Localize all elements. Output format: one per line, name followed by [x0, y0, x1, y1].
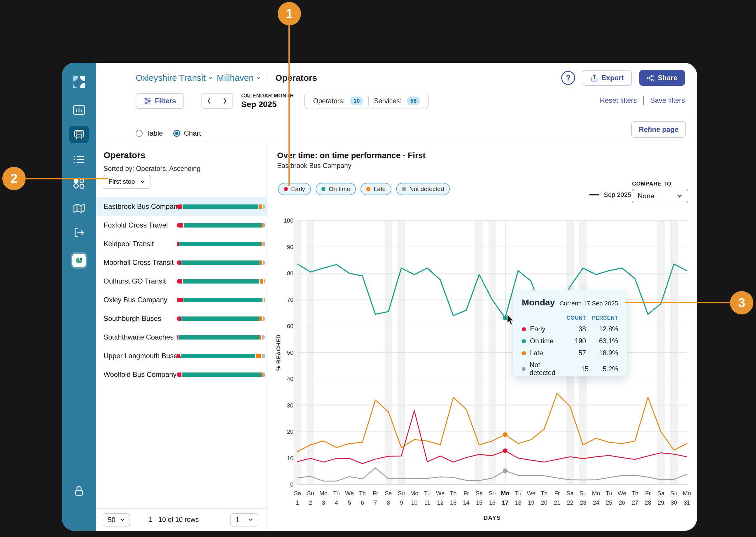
chart-radio[interactable]: Chart [173, 129, 201, 137]
bar-segment-on-time [182, 372, 261, 377]
page-size-select[interactable]: 50 [103, 513, 130, 526]
x-tick-dow: Sa [657, 490, 665, 496]
refine-page-button[interactable]: Refine page [631, 121, 686, 138]
tooltip-row: Late5718.9% [522, 349, 618, 357]
breadcrumb-org-dropdown[interactable]: Oxleyshire Transit [136, 73, 213, 83]
y-tick-label: 60 [287, 323, 294, 329]
operator-name: Moorhall Cross Transit [103, 259, 174, 267]
page-select[interactable]: 1 [230, 513, 259, 526]
x-tick-dow: Fr [463, 490, 469, 496]
stop-filter-select[interactable]: First stop [103, 175, 151, 189]
operator-row[interactable]: Upper Langmouth Buses [96, 347, 266, 365]
bar-segment-late [260, 279, 263, 283]
operators-count-label: Operators: [313, 97, 345, 105]
operator-status-bar [177, 242, 265, 246]
sidebar-item-operators[interactable] [69, 126, 89, 143]
x-tick-dow: Mo [683, 490, 691, 496]
x-tick-day: 14 [463, 499, 469, 506]
x-tick-dow: Th [450, 490, 457, 496]
x-tick-day: 23 [580, 499, 586, 506]
share-label: Share [658, 74, 677, 82]
operator-row[interactable]: Eastbrook Bus Company [96, 197, 266, 216]
operator-name: Eastbrook Bus Company [103, 202, 181, 211]
operator-name: Foxfold Cross Travel [103, 221, 168, 229]
operator-name: Woolfold Bus Company [103, 370, 177, 379]
x-tick-day: 27 [632, 499, 638, 506]
operator-row[interactable]: Foxfold Cross Travel [96, 216, 266, 234]
y-tick-label: 90 [287, 244, 294, 250]
bar-segment-on-time [182, 204, 259, 209]
callout-badge-3: 3 [730, 291, 753, 314]
x-tick-day: 15 [476, 499, 482, 506]
mouse-cursor-icon [507, 314, 517, 326]
x-tick-dow: Sa [476, 490, 483, 496]
operator-name: Upper Langmouth Buses [103, 352, 181, 360]
share-button[interactable]: Share [639, 70, 685, 86]
lock-icon[interactable] [73, 485, 85, 497]
tooltip-dot-icon [522, 367, 526, 371]
sidebar-item-list[interactable] [73, 155, 85, 165]
bar-segment-late [261, 242, 262, 246]
x-tick-dow: Su [489, 490, 496, 496]
help-icon[interactable]: ? [561, 71, 575, 85]
reset-filters-link[interactable]: Reset filters [600, 96, 637, 104]
tooltip-row: On time19063.1% [522, 337, 618, 345]
operator-row[interactable]: Oxley Bus Company [96, 291, 266, 309]
operator-status-bar [177, 223, 265, 227]
tooltip-row-percent: 63.1% [586, 337, 618, 345]
bar-segment-on-time [184, 223, 261, 227]
services-count-label: Services: [374, 97, 402, 105]
x-tick-dow: Tu [333, 490, 340, 496]
bar-segment-on-time [181, 261, 259, 265]
operators-panel-title: Operators [103, 150, 145, 160]
operator-row[interactable]: Oulhurst GO Transit [96, 272, 266, 291]
bar-segment-early [177, 354, 180, 358]
table-radio-dot [136, 130, 142, 137]
bar-segment-early [177, 372, 181, 377]
chevron-down-icon [208, 76, 213, 80]
sidebar-item-partner-app[interactable] [72, 254, 86, 267]
x-tick-dow: Mo [592, 490, 600, 496]
operator-name: Southburgh Buses [103, 314, 161, 323]
bar-segment-not-detected [261, 354, 265, 358]
operator-row[interactable]: Woolfold Bus Company [96, 365, 266, 384]
filters-button[interactable]: Filters [136, 93, 184, 109]
sidebar-item-categories[interactable] [73, 178, 85, 189]
next-month-button[interactable] [217, 94, 232, 108]
sidebar-item-map[interactable] [73, 203, 85, 214]
filters-icon [144, 98, 151, 104]
operator-row[interactable]: Keldpool Transit [96, 234, 266, 253]
callout-badge-2: 2 [2, 167, 26, 190]
operators-panel: Operators Sorted by: Operators, Ascendin… [96, 142, 267, 531]
x-tick-day: 30 [670, 499, 677, 506]
save-filters-link[interactable]: Save filters [650, 96, 685, 104]
sidebar-item-signout[interactable] [73, 228, 85, 238]
tooltip-row-label: Early [530, 325, 545, 333]
prev-month-button[interactable] [202, 94, 217, 108]
operators-sorted-by: Sorted by: Operators, Ascending [103, 165, 200, 173]
operators-count-badge: 10 [350, 97, 363, 105]
line-chart[interactable]: 0102030405060708090100Sa1Su2Mo3Tu4We5Th6… [267, 142, 697, 531]
chart-tooltip: Monday Current: 17 Sep 2025 COUNT PERCEN… [513, 290, 627, 377]
operator-row[interactable]: Moorhall Cross Transit [96, 253, 266, 272]
operator-row[interactable]: Southburgh Buses [96, 309, 266, 328]
bar-segment-early [177, 223, 183, 227]
x-tick-day: 29 [658, 499, 664, 506]
y-tick-label: 40 [287, 376, 294, 382]
bar-segment-late [261, 372, 263, 377]
x-tick-dow: Sa [385, 490, 392, 496]
breadcrumb-area-dropdown[interactable]: Millhaven [217, 73, 261, 83]
x-tick-day: 25 [606, 499, 612, 506]
sidebar-item-dashboard[interactable] [73, 105, 85, 115]
x-tick-day: 20 [541, 499, 547, 506]
bar-segment-not-detected [264, 279, 265, 283]
table-radio[interactable]: Table [136, 129, 163, 137]
export-button[interactable]: Export [583, 70, 632, 86]
bar-segment-not-detected [262, 335, 265, 340]
x-tick-dow: Sa [294, 490, 301, 496]
chevron-down-icon [257, 76, 261, 80]
tooltip-row-label: Late [530, 349, 543, 357]
operator-row[interactable]: Souththwaite Coaches [96, 328, 266, 347]
scope-pill[interactable]: Operators: 10 Services: 58 [304, 93, 429, 109]
y-tick-label: 30 [287, 402, 294, 409]
